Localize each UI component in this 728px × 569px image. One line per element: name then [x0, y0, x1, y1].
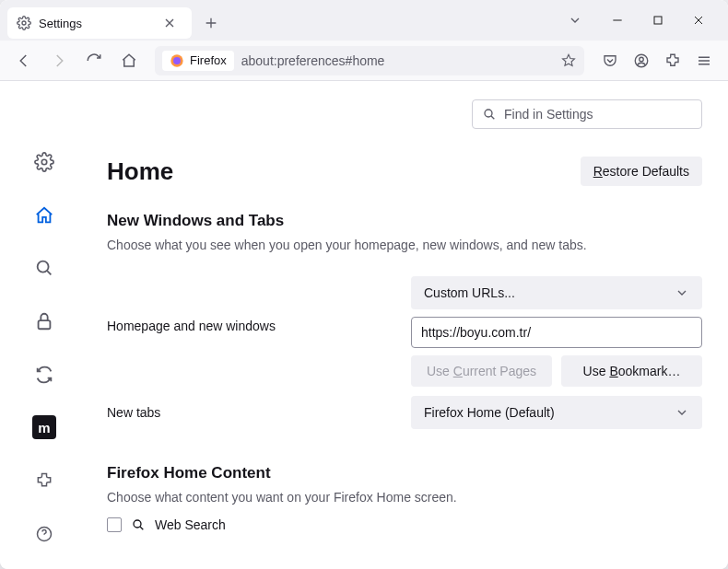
- chevron-down-icon: [675, 285, 689, 300]
- websearch-label: Web Search: [155, 517, 226, 532]
- svg-point-6: [41, 159, 47, 165]
- navigation-toolbar: Firefox about:preferences#home: [0, 41, 728, 81]
- sidebar-item-search[interactable]: [28, 251, 61, 284]
- extensions-button[interactable]: [658, 46, 687, 75]
- sidebar-item-home[interactable]: [28, 199, 61, 232]
- sidebar-item-extensions[interactable]: [28, 464, 61, 497]
- gear-icon: [17, 16, 31, 30]
- minimize-button[interactable]: [606, 9, 628, 31]
- sidebar-item-sync[interactable]: [28, 358, 61, 391]
- svg-point-5: [640, 57, 644, 62]
- homepage-url-input[interactable]: [411, 317, 702, 348]
- pocket-button[interactable]: [595, 46, 625, 75]
- new-tab-button[interactable]: [197, 9, 225, 37]
- svg-rect-8: [39, 320, 51, 329]
- newtabs-select[interactable]: Firefox Home (Default): [411, 396, 702, 429]
- tab-title: Settings: [39, 17, 82, 30]
- sidebar-item-more[interactable]: m: [28, 411, 61, 444]
- search-placeholder: Find in Settings: [504, 107, 593, 122]
- restore-defaults-button[interactable]: Restore Defaults: [581, 157, 702, 186]
- forward-button[interactable]: [44, 46, 74, 75]
- tab-strip: Settings: [0, 0, 728, 41]
- bookmark-star-button[interactable]: [560, 52, 577, 69]
- tab-close-button[interactable]: [157, 14, 182, 32]
- use-current-pages-button[interactable]: Use Current Pages: [411, 355, 552, 387]
- svg-point-3: [173, 57, 181, 64]
- svg-point-0: [22, 21, 26, 25]
- account-button[interactable]: [627, 46, 656, 75]
- svg-point-11: [134, 520, 141, 528]
- app-menu-button[interactable]: [689, 46, 719, 75]
- homepage-label: Homepage and new windows: [107, 276, 402, 333]
- reload-button[interactable]: [79, 46, 109, 75]
- window-controls: [606, 9, 721, 31]
- maximize-button[interactable]: [647, 9, 669, 31]
- search-icon: [131, 517, 146, 532]
- svg-rect-1: [654, 17, 662, 24]
- settings-sidebar: m: [0, 81, 88, 569]
- homepage-mode-select[interactable]: Custom URLs...: [411, 276, 702, 309]
- page-title: Home: [107, 157, 173, 186]
- section-heading-newwin: New Windows and Tabs: [107, 212, 702, 230]
- m-icon: m: [32, 415, 56, 439]
- newtabs-select-value: Firefox Home (Default): [424, 405, 555, 420]
- sidebar-item-general[interactable]: [28, 145, 61, 179]
- settings-main: Find in Settings Home Restore Defaults N…: [88, 81, 728, 569]
- chevron-down-icon: [675, 405, 689, 420]
- newtabs-label: New tabs: [107, 396, 402, 420]
- sidebar-item-help[interactable]: [28, 517, 61, 551]
- homepage-select-value: Custom URLs...: [424, 285, 515, 300]
- tabs-dropdown-button[interactable]: [562, 9, 588, 31]
- identity-box[interactable]: Firefox: [162, 51, 234, 71]
- websearch-checkbox[interactable]: [107, 517, 122, 532]
- url-bar[interactable]: Firefox about:preferences#home: [155, 46, 584, 75]
- back-button[interactable]: [9, 46, 39, 75]
- svg-point-7: [38, 261, 49, 273]
- home-nav-button[interactable]: [114, 46, 144, 75]
- section-sub-newwin: Choose what you see when you open your h…: [107, 238, 702, 252]
- close-window-button[interactable]: [687, 9, 710, 31]
- url-text: about:preferences#home: [241, 53, 385, 68]
- svg-point-10: [485, 110, 492, 117]
- identity-label: Firefox: [190, 53, 227, 67]
- sidebar-item-privacy[interactable]: [28, 305, 61, 338]
- section-sub-fxhome: Choose what content you want on your Fir…: [107, 490, 702, 505]
- settings-search-input[interactable]: Find in Settings: [472, 99, 702, 129]
- tab-settings[interactable]: Settings: [7, 7, 192, 39]
- section-heading-fxhome: Firefox Home Content: [107, 464, 702, 482]
- search-icon: [482, 107, 497, 122]
- use-bookmark-button[interactable]: Use Bookmark…: [561, 355, 702, 387]
